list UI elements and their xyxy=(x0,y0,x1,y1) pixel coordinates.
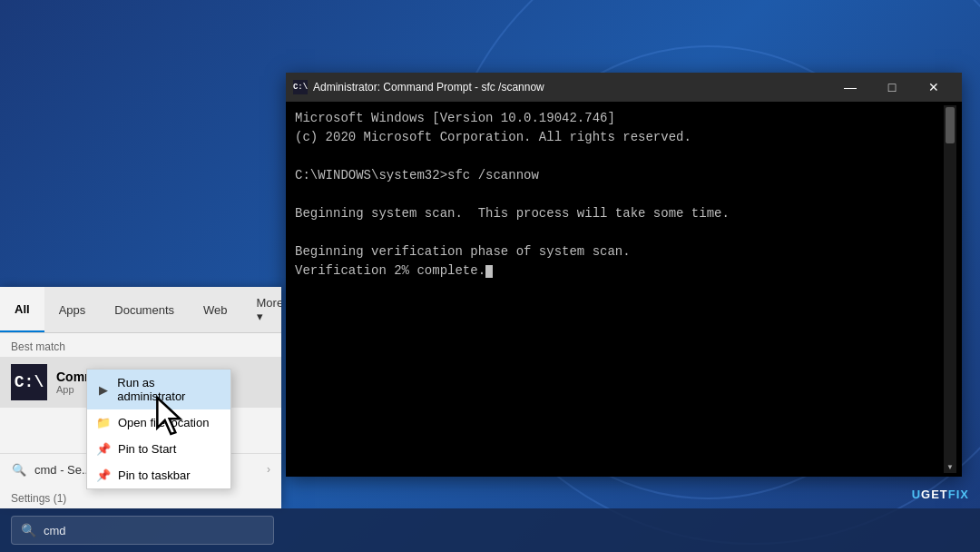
cmd-body: Microsoft Windows [Version 10.0.19042.74… xyxy=(286,102,962,477)
context-run-admin[interactable]: ▶ Run as administrator xyxy=(87,370,230,409)
watermark-u: U xyxy=(912,488,921,501)
watermark: UGETFIX xyxy=(912,488,969,501)
cmd-icon-text: C:\ xyxy=(15,373,44,391)
open-location-icon: 📁 xyxy=(96,416,111,429)
scrollbar[interactable]: ▲ ▼ xyxy=(944,105,956,473)
cursor-blink xyxy=(485,265,493,278)
taskbar: 🔍 cmd xyxy=(0,508,980,552)
minimize-button[interactable]: — xyxy=(829,73,871,102)
pin-start-icon: 📌 xyxy=(96,442,111,456)
tab-more[interactable]: More ▾ xyxy=(242,287,281,332)
pin-taskbar-icon: 📌 xyxy=(96,468,111,482)
search-row-arrow: › xyxy=(267,463,270,476)
taskbar-search-icon: 🔍 xyxy=(21,523,36,537)
tab-web[interactable]: Web xyxy=(189,287,242,332)
pin-taskbar-label: Pin to taskbar xyxy=(118,468,191,482)
start-menu: All Apps Documents Web More ▾ Best match… xyxy=(0,287,281,508)
cmd-titlebar: C:\ Administrator: Command Prompt - sfc … xyxy=(286,73,962,102)
cmd-result-icon: C:\ xyxy=(11,364,47,400)
context-open-location[interactable]: 📁 Open file location xyxy=(87,409,230,436)
scroll-down-arrow[interactable]: ▼ xyxy=(944,460,956,473)
tab-documents[interactable]: Documents xyxy=(100,287,189,332)
cmd-output: Microsoft Windows [Version 10.0.19042.74… xyxy=(291,105,944,473)
taskbar-search[interactable]: 🔍 cmd xyxy=(11,516,274,545)
tab-apps[interactable]: Apps xyxy=(44,287,101,332)
context-pin-start[interactable]: 📌 Pin to Start xyxy=(87,436,230,462)
cmd-window-title: Administrator: Command Prompt - sfc /sca… xyxy=(313,81,824,94)
start-menu-tabs: All Apps Documents Web More ▾ xyxy=(0,287,281,333)
cmd-window-icon: C:\ xyxy=(293,80,308,94)
run-admin-icon: ▶ xyxy=(96,383,110,397)
scrollbar-thumb[interactable] xyxy=(946,107,955,143)
watermark-get: GET xyxy=(921,488,948,501)
window-controls: — □ ✕ xyxy=(829,73,955,102)
run-admin-label: Run as administrator xyxy=(117,376,221,403)
pin-start-label: Pin to Start xyxy=(118,442,176,456)
search-row-icon: 🔍 xyxy=(11,461,27,478)
open-location-label: Open file location xyxy=(118,416,209,429)
watermark-fix: FIX xyxy=(948,488,969,501)
context-menu: ▶ Run as administrator 📁 Open file locat… xyxy=(86,369,231,489)
taskbar-search-text: cmd xyxy=(44,524,66,537)
best-match-label: Best match xyxy=(0,333,281,357)
context-pin-taskbar[interactable]: 📌 Pin to taskbar xyxy=(87,462,230,488)
maximize-button[interactable]: □ xyxy=(871,73,913,102)
cmd-prompt-window: C:\ Administrator: Command Prompt - sfc … xyxy=(286,73,962,477)
close-button[interactable]: ✕ xyxy=(913,73,955,102)
tab-all[interactable]: All xyxy=(0,287,44,332)
